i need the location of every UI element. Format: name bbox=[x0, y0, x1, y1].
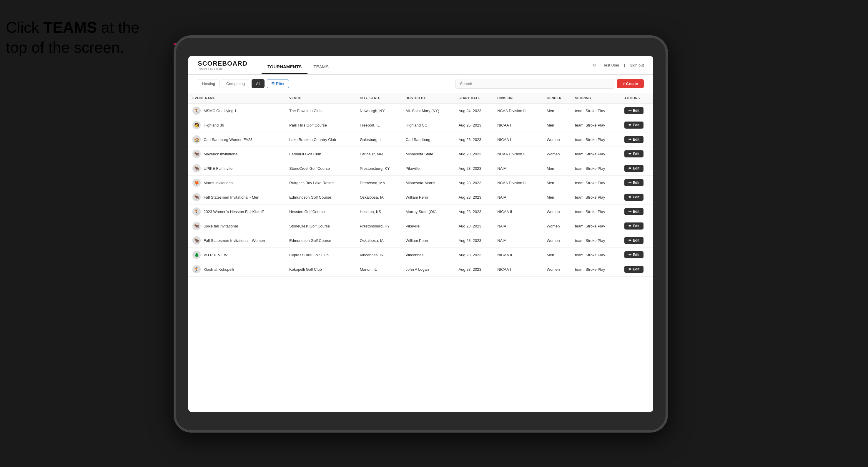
date-cell-11: Aug 28, 2023 bbox=[454, 262, 493, 277]
tab-teams[interactable]: TEAMS bbox=[308, 56, 335, 74]
date-cell-3: Aug 28, 2023 bbox=[454, 147, 493, 161]
table-row: 🦊 Morris Invitational Ruttger's Bay Lake… bbox=[188, 176, 653, 190]
competing-filter-btn[interactable]: Competing bbox=[222, 79, 249, 88]
venue-cell-9: Edmundson Golf Course bbox=[285, 234, 356, 248]
header-right: ⚙ Test User | Sign out bbox=[590, 61, 644, 69]
scoring-cell-7: team, Stroke Play bbox=[571, 205, 620, 219]
scoring-cell-3: team, Stroke Play bbox=[571, 147, 620, 161]
event-name-0: MSMC Qualifying 1 bbox=[204, 108, 237, 113]
edit-btn-10[interactable]: ✏ Edit bbox=[624, 251, 644, 258]
event-name-4: UPIKE Fall Invite bbox=[204, 166, 232, 171]
event-name-cell-10: 🌲 VU PREVIEW bbox=[188, 248, 285, 262]
edit-btn-5[interactable]: ✏ Edit bbox=[624, 179, 644, 186]
gender-cell-11: Women bbox=[542, 262, 571, 277]
tournaments-table: EVENT NAME VENUE CITY, STATE HOSTED BY S… bbox=[188, 93, 653, 277]
venue-cell-2: Lake Bracken Country Club bbox=[285, 132, 356, 147]
scoring-cell-8: team, Stroke Play bbox=[571, 219, 620, 234]
venue-cell-0: The Powelton Club bbox=[285, 103, 356, 118]
edit-btn-7[interactable]: ✏ Edit bbox=[624, 208, 644, 215]
actions-cell-10: ✏ Edit bbox=[620, 248, 653, 262]
settings-icon[interactable]: ⚙ bbox=[590, 61, 598, 69]
scoring-cell-9: team, Stroke Play bbox=[571, 234, 620, 248]
edit-label-9: Edit bbox=[633, 238, 640, 243]
edit-btn-1[interactable]: ✏ Edit bbox=[624, 122, 644, 129]
date-cell-10: Aug 28, 2023 bbox=[454, 248, 493, 262]
logo-sub: Powered by clippit bbox=[198, 67, 247, 70]
hosted-cell-10: Vincennes bbox=[402, 248, 455, 262]
event-name-7: 2023 Women's Hesston Fall Kickoff bbox=[204, 210, 264, 214]
edit-btn-9[interactable]: ✏ Edit bbox=[624, 237, 644, 244]
edit-label-8: Edit bbox=[633, 224, 640, 228]
city-cell-2: Galesburg, IL bbox=[356, 132, 402, 147]
edit-btn-8[interactable]: ✏ Edit bbox=[624, 222, 644, 229]
event-name-cell-1: 🧑 Highland 36 bbox=[188, 118, 285, 132]
table-row: 🐂 Fall Statesmen Invitational - Women Ed… bbox=[188, 234, 653, 248]
hosting-filter-btn[interactable]: Hosting bbox=[198, 79, 219, 88]
sign-out-link[interactable]: Sign out bbox=[630, 63, 644, 67]
team-icon-5: 🦊 bbox=[192, 179, 201, 187]
city-cell-3: Faribault, MN bbox=[356, 147, 402, 161]
edit-label-7: Edit bbox=[633, 210, 640, 214]
col-header-hosted: HOSTED BY bbox=[402, 93, 455, 103]
edit-icon-10: ✏ bbox=[628, 253, 631, 257]
event-name-11: Klash at Kokopelli bbox=[204, 267, 234, 272]
city-cell-8: Prestonsburg, KY bbox=[356, 219, 402, 234]
edit-btn-2[interactable]: ✏ Edit bbox=[624, 136, 644, 143]
edit-icon-3: ✏ bbox=[628, 152, 631, 156]
edit-icon-8: ✏ bbox=[628, 224, 631, 228]
instruction-text: Click TEAMS at thetop of the screen. bbox=[6, 18, 170, 57]
all-filter-btn[interactable]: All bbox=[252, 79, 265, 88]
division-cell-2: NICAA I bbox=[493, 132, 542, 147]
col-header-actions: ACTIONS bbox=[620, 93, 653, 103]
event-name-cell-8: 🐂 upike fall invitational bbox=[188, 219, 285, 234]
city-cell-0: Newburgh, NY bbox=[356, 103, 402, 118]
actions-cell-11: ✏ Edit bbox=[620, 262, 653, 277]
col-header-gender: GENDER bbox=[542, 93, 571, 103]
city-cell-4: Prestonsburg, KY bbox=[356, 161, 402, 176]
table-row: 🌲 VU PREVIEW Cypress Hills Golf Club Vin… bbox=[188, 248, 653, 262]
edit-label-11: Edit bbox=[633, 267, 640, 271]
edit-icon-5: ✏ bbox=[628, 181, 631, 185]
venue-cell-6: Edmundson Golf Course bbox=[285, 190, 356, 205]
edit-btn-6[interactable]: ✏ Edit bbox=[624, 194, 644, 201]
tab-tournaments[interactable]: TOURNAMENTS bbox=[261, 56, 308, 74]
team-icon-2: 🏫 bbox=[192, 135, 201, 144]
scoring-cell-0: team, Stroke Play bbox=[571, 103, 620, 118]
division-cell-3: NCAA Division II bbox=[493, 147, 542, 161]
actions-cell-9: ✏ Edit bbox=[620, 234, 653, 248]
event-name-cell-5: 🦊 Morris Invitational bbox=[188, 176, 285, 190]
city-cell-1: Freeport, IL bbox=[356, 118, 402, 132]
edit-icon-2: ✏ bbox=[628, 137, 631, 142]
actions-cell-6: ✏ Edit bbox=[620, 190, 653, 205]
city-cell-5: Deerwood, MN bbox=[356, 176, 402, 190]
actions-cell-3: ✏ Edit bbox=[620, 147, 653, 161]
city-cell-10: Vincennes, IN bbox=[356, 248, 402, 262]
gender-cell-4: Men bbox=[542, 161, 571, 176]
edit-btn-4[interactable]: ✏ Edit bbox=[624, 165, 644, 172]
edit-btn-0[interactable]: ✏ Edit bbox=[624, 107, 644, 114]
actions-cell-5: ✏ Edit bbox=[620, 176, 653, 190]
filter-icon-btn[interactable]: ☰ Filter bbox=[267, 79, 289, 88]
team-icon-0: 🏌️ bbox=[192, 106, 201, 115]
table-row: 🧑 Highland 36 Park Hills Golf Course Fre… bbox=[188, 118, 653, 132]
hosted-cell-5: Minnesota-Morris bbox=[402, 176, 455, 190]
edit-btn-3[interactable]: ✏ Edit bbox=[624, 150, 644, 157]
table-row: 🐂 upike fall invitational StoneCrest Gol… bbox=[188, 219, 653, 234]
edit-icon-0: ✏ bbox=[628, 108, 631, 113]
city-cell-7: Hesston, KS bbox=[356, 205, 402, 219]
team-icon-7: 🏌️ bbox=[192, 208, 201, 216]
date-cell-7: Aug 28, 2023 bbox=[454, 205, 493, 219]
venue-cell-8: StoneCrest Golf Course bbox=[285, 219, 356, 234]
team-icon-6: 🐂 bbox=[192, 193, 201, 201]
division-cell-9: NAIA bbox=[493, 234, 542, 248]
hosted-cell-7: Murray State (OK) bbox=[402, 205, 455, 219]
edit-icon-11: ✏ bbox=[628, 267, 631, 271]
date-cell-6: Aug 28, 2023 bbox=[454, 190, 493, 205]
create-btn[interactable]: + Create bbox=[617, 79, 644, 88]
table-header-row: EVENT NAME VENUE CITY, STATE HOSTED BY S… bbox=[188, 93, 653, 103]
search-input[interactable] bbox=[456, 79, 614, 89]
division-cell-8: NAIA bbox=[493, 219, 542, 234]
scoring-cell-6: team, Stroke Play bbox=[571, 190, 620, 205]
hosted-cell-3: Minnesota State bbox=[402, 147, 455, 161]
edit-btn-11[interactable]: ✏ Edit bbox=[624, 266, 644, 273]
